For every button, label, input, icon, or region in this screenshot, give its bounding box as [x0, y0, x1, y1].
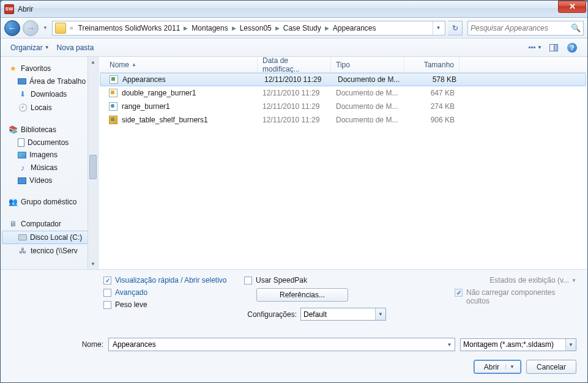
checkbox-icon: [103, 277, 111, 284]
search-icon[interactable]: 🔍: [571, 23, 581, 32]
references-button[interactable]: Referências...: [256, 288, 348, 302]
column-name[interactable]: Nome▲: [99, 57, 258, 72]
chevron-down-icon: ▼: [565, 339, 576, 351]
new-folder-button[interactable]: Nova pasta: [53, 41, 98, 54]
breadcrumb-bar[interactable]: « Treinamentos SolidWorks 2011▶ Montagen…: [52, 21, 445, 35]
chevron-right-icon[interactable]: ▶: [324, 25, 330, 31]
sidebar-group-homegroup[interactable]: 👥Grupo doméstico: [1, 195, 98, 209]
nav-back-button[interactable]: ←: [4, 20, 20, 36]
open-dialog: SW Abrir ✕ ← → ▼ « Treinamentos SolidWor…: [0, 0, 588, 383]
file-row[interactable]: double_range_burner1 12/11/2010 11:29 Do…: [99, 86, 587, 100]
refresh-button[interactable]: ↻: [448, 21, 463, 35]
chevron-right-icon[interactable]: ▶: [231, 25, 237, 31]
document-icon: [18, 138, 24, 147]
close-button[interactable]: ✕: [558, 1, 586, 13]
folder-icon: [55, 23, 66, 34]
chevron-right-icon[interactable]: ▶: [182, 25, 189, 31]
chevron-down-icon[interactable]: ▼: [505, 364, 518, 370]
content-area: ★Favoritos Área de Trabalho ⬇Downloads 🕘…: [1, 57, 587, 269]
sidebar-group-favorites[interactable]: ★Favoritos: [1, 62, 98, 75]
speedpak-checkbox[interactable]: Usar SpeedPak: [244, 276, 391, 284]
arrow-right-icon: →: [26, 24, 35, 32]
scroll-thumb[interactable]: [89, 155, 97, 179]
view-mode-button[interactable]: ▼: [527, 41, 544, 54]
sidebar-group-libraries[interactable]: 📚Bibliotecas: [1, 123, 98, 136]
options-panel: Visualização rápida / Abrir seletivo Ava…: [1, 269, 587, 329]
sidebar-item-recent[interactable]: 🕘Locais: [1, 101, 98, 114]
nav-sidebar: ★Favoritos Área de Trabalho ⬇Downloads 🕘…: [1, 57, 99, 269]
filename-input[interactable]: [113, 338, 439, 351]
sidebar-group-computer[interactable]: 🖥Computador: [1, 217, 98, 231]
column-date[interactable]: Data de modificaç...: [258, 57, 331, 72]
lightweight-checkbox[interactable]: Peso leve: [103, 300, 232, 309]
computer-icon: 🖥: [8, 219, 18, 229]
column-size[interactable]: Tamanho: [404, 57, 460, 72]
checkbox-icon: [103, 289, 111, 297]
breadcrumb-item[interactable]: Appearances: [330, 21, 379, 35]
chevron-down-icon[interactable]: ▼: [444, 338, 455, 351]
file-row[interactable]: range_burner1 12/11/2010 11:29 Documento…: [99, 100, 587, 113]
preview-pane-button[interactable]: [545, 41, 562, 54]
view-icon: [529, 46, 535, 48]
toolbar: Organizar▼ Nova pasta ▼ ?: [1, 39, 587, 57]
assembly-file-icon: [108, 88, 118, 98]
checkbox-icon: [455, 289, 463, 297]
quick-view-checkbox[interactable]: Visualização rápida / Abrir seletivo: [103, 276, 232, 284]
config-combo[interactable]: Default ▼: [300, 308, 386, 321]
help-icon: ?: [567, 43, 577, 53]
sidebar-item-music[interactable]: ♪Músicas: [1, 161, 98, 174]
breadcrumb-dropdown[interactable]: ▼: [433, 21, 444, 35]
sidebar-item-documents[interactable]: Documentos: [1, 136, 98, 149]
star-icon: ★: [8, 64, 18, 73]
chevron-down-icon: ▼: [45, 45, 50, 50]
sidebar-item-pictures[interactable]: Imagens: [1, 149, 98, 161]
help-button[interactable]: ?: [564, 41, 581, 54]
breadcrumb-item[interactable]: Lesson05: [237, 21, 274, 35]
nav-bar: ← → ▼ « Treinamentos SolidWorks 2011▶ Mo…: [1, 18, 587, 39]
preview-pane-icon: [549, 44, 558, 51]
file-list-header: Nome▲ Data de modificaç... Tipo Tamanho: [99, 57, 587, 73]
desktop-icon: [18, 78, 26, 84]
search-box[interactable]: 🔍: [467, 21, 584, 35]
nav-forward-button[interactable]: →: [23, 20, 39, 36]
cancel-button[interactable]: Cancelar: [526, 360, 576, 374]
sidebar-item-network-drive[interactable]: 🖧tecnico (\\Serv: [1, 244, 98, 258]
checkbox-icon: [103, 301, 111, 309]
scroll-up-icon[interactable]: ▲: [88, 57, 98, 67]
filename-input-wrapper[interactable]: ▼: [108, 338, 455, 351]
sidebar-item-videos[interactable]: Vídeos: [1, 174, 98, 187]
breadcrumb-item[interactable]: Case Study: [281, 21, 324, 35]
filename-label: Nome:: [12, 340, 103, 349]
action-buttons: Abrir▼ Cancelar: [1, 355, 587, 382]
sidebar-item-desktop[interactable]: Área de Trabalho: [1, 75, 98, 87]
video-icon: [18, 177, 26, 184]
nav-history-dropdown[interactable]: ▼: [41, 22, 50, 34]
open-button[interactable]: Abrir▼: [474, 360, 521, 374]
window-title: Abrir: [18, 5, 33, 13]
breadcrumb-item[interactable]: Treinamentos SolidWorks 2011: [76, 21, 183, 35]
chevron-right-icon[interactable]: ▶: [274, 25, 281, 31]
search-input[interactable]: [471, 24, 571, 32]
file-row[interactable]: side_table_shelf_burners1 12/11/2010 11:…: [99, 113, 587, 127]
scroll-down-icon[interactable]: ▼: [88, 259, 98, 269]
download-icon: ⬇: [18, 89, 28, 99]
file-row[interactable]: Appearances 12/11/2010 11:29 Documento d…: [100, 73, 586, 86]
advanced-checkbox[interactable]: Avançado: [103, 288, 232, 297]
homegroup-icon: 👥: [8, 197, 18, 207]
assembly-file-icon: [109, 75, 119, 84]
file-list: Nome▲ Data de modificaç... Tipo Tamanho …: [99, 57, 587, 269]
library-icon: 📚: [8, 125, 18, 135]
sidebar-scrollbar[interactable]: ▲ ▼: [87, 57, 98, 269]
sidebar-item-downloads[interactable]: ⬇Downloads: [1, 87, 98, 101]
chevron-down-icon: ▼: [571, 278, 576, 283]
assembly-file-icon: [108, 102, 118, 111]
display-states-dropdown[interactable]: Estados de exibição (v...▼: [489, 276, 576, 284]
column-type[interactable]: Tipo: [331, 57, 404, 72]
filetype-filter-combo[interactable]: Montagem (*.asm;*.sldasm) ▼: [460, 338, 576, 351]
no-hidden-checkbox: Não carregar componentes ocultos: [455, 288, 576, 305]
breadcrumb-overflow-icon[interactable]: «: [67, 24, 76, 31]
sidebar-item-local-disk[interactable]: Disco Local (C:): [2, 231, 97, 244]
chevron-down-icon: ▼: [375, 308, 385, 320]
organize-menu[interactable]: Organizar▼: [7, 41, 53, 54]
breadcrumb-item[interactable]: Montagens: [189, 21, 230, 35]
